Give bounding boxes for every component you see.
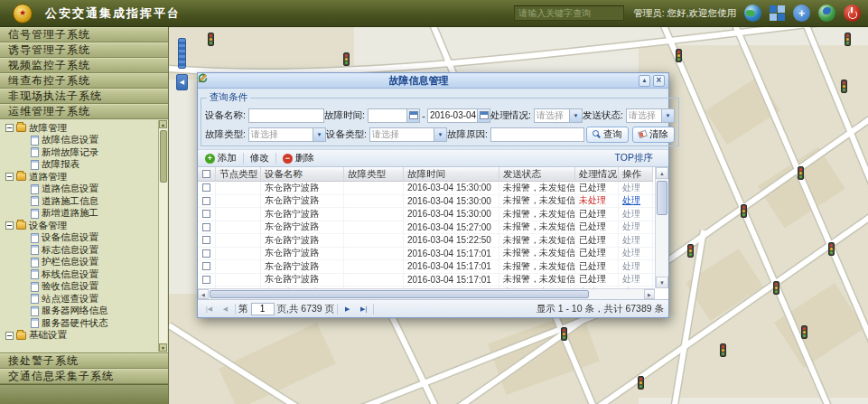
table-row[interactable]: 东仓路宁波路 2016-03-04 15:17:01 未报警，未发短信 已处理 … — [198, 260, 668, 274]
tree-node[interactable]: 道路信息设置 — [0, 183, 168, 196]
collapse-tool-icon[interactable]: ▴ — [639, 75, 650, 87]
traffic-signal-icon[interactable] — [845, 33, 851, 46]
scroll-down-arrow-icon[interactable]: ▼ — [656, 277, 668, 288]
row-action-link[interactable]: 处理 — [619, 221, 653, 234]
tree-scrollbar-thumb[interactable] — [160, 130, 167, 183]
tree-node[interactable]: 故障信息设置 — [0, 135, 168, 147]
row-action-link[interactable]: 处理 — [619, 234, 653, 247]
search-button[interactable]: 查询 — [586, 127, 629, 143]
fault-type-select[interactable]: 请选择 ▼ — [248, 127, 326, 142]
tree-node[interactable]: 站点巡查设置 — [0, 293, 168, 305]
refresh-button[interactable] — [377, 303, 390, 315]
row-action-link[interactable]: 处理 — [619, 274, 653, 287]
traffic-signal-icon[interactable] — [687, 244, 694, 258]
row-action-link[interactable]: 处理 — [619, 195, 653, 208]
traffic-signal-icon[interactable] — [741, 204, 747, 218]
traffic-signal-icon[interactable] — [801, 325, 807, 339]
tree-expander-icon[interactable] — [5, 124, 14, 132]
tree-node[interactable]: 故障管理 — [0, 122, 168, 135]
scroll-left-arrow-icon[interactable]: ◀ — [198, 289, 209, 299]
traffic-signal-icon[interactable] — [561, 327, 567, 341]
row-checkbox[interactable] — [202, 210, 210, 218]
tree-node[interactable]: 标志信息设置 — [0, 244, 168, 257]
horizontal-scrollbar-thumb[interactable] — [210, 290, 589, 298]
tree-node[interactable]: 新增故障记录 — [0, 146, 168, 159]
fault-time-to-field[interactable]: 2016-03-04 — [427, 108, 490, 123]
traffic-signal-icon[interactable] — [828, 242, 835, 256]
tree-node[interactable]: 服务器硬件状态 — [0, 317, 168, 330]
first-page-button[interactable]: |◀ — [202, 303, 216, 315]
last-page-button[interactable]: ▶| — [357, 303, 370, 315]
power-logout-icon[interactable] — [844, 5, 861, 22]
sidebar-system-item[interactable]: 视频监控子系统 — [0, 58, 168, 73]
handle-status-select[interactable]: 请选择 ▼ — [534, 108, 583, 123]
dropdown-arrow-icon[interactable]: ▼ — [313, 128, 325, 141]
vertical-scrollbar-thumb[interactable] — [657, 181, 667, 215]
tree-node[interactable]: 故障报表 — [0, 159, 168, 172]
tree-node[interactable]: 基础设置 — [0, 330, 168, 343]
row-checkbox[interactable] — [202, 183, 210, 192]
row-action-link[interactable]: 处理 — [619, 208, 653, 221]
tree-node[interactable]: 服务器网络信息 — [0, 305, 168, 318]
sidebar-system-item[interactable]: 运维管理子系统 — [0, 104, 168, 119]
tree-scrollbar[interactable]: ▲ ▼ — [158, 120, 167, 352]
map-globe-icon[interactable] — [818, 5, 835, 22]
tree-node[interactable]: 标线信息设置 — [0, 268, 168, 281]
calendar-trigger[interactable] — [406, 109, 419, 122]
traffic-signal-icon[interactable] — [676, 49, 682, 62]
traffic-signal-icon[interactable] — [343, 52, 350, 66]
tree-node[interactable]: 护栏信息设置 — [0, 257, 168, 269]
top-sort-link[interactable]: TOP排序 — [615, 152, 664, 164]
scroll-down-arrow-icon[interactable]: ▼ — [159, 343, 167, 352]
fault-reason-input[interactable] — [490, 127, 584, 142]
traffic-signal-icon[interactable] — [208, 33, 214, 46]
row-checkbox[interactable] — [202, 223, 210, 231]
device-name-input[interactable] — [248, 108, 324, 123]
grid-vertical-scrollbar[interactable]: ▲ ▼ — [655, 167, 668, 288]
window-titlebar[interactable]: 故障信息管理 ▴ × — [198, 73, 668, 89]
column-header[interactable]: 节点类型 — [216, 167, 261, 182]
sidebar-system-item[interactable]: 接处警子系统 — [0, 353, 168, 369]
tree-expander-icon[interactable] — [5, 332, 14, 340]
sidebar-system-item[interactable]: 交通信息采集子系统 — [0, 369, 168, 384]
row-checkbox[interactable] — [202, 249, 210, 258]
device-type-select[interactable]: 请选择 ▼ — [369, 127, 447, 142]
tree-node[interactable]: 新增道路施工 — [0, 208, 168, 221]
app-grid-icon[interactable] — [770, 5, 785, 21]
add-circle-icon[interactable] — [793, 5, 810, 22]
traffic-signal-icon[interactable] — [773, 281, 779, 295]
table-row[interactable]: 东仓路宁波路 2016-03-04 15:17:01 未报警，未发短信 已处理 … — [198, 274, 668, 287]
row-checkbox[interactable] — [202, 197, 210, 205]
sidebar-system-item[interactable]: 缉查布控子系统 — [0, 73, 168, 89]
sidebar-system-item[interactable]: 非现场执法子系统 — [0, 89, 168, 104]
scroll-up-arrow-icon[interactable]: ▲ — [159, 120, 167, 128]
dropdown-arrow-icon[interactable]: ▼ — [661, 109, 674, 122]
global-search-input[interactable] — [514, 5, 624, 21]
tree-expander-icon[interactable] — [5, 173, 14, 181]
fault-time-from-field[interactable] — [368, 108, 420, 123]
add-button[interactable]: 添加 — [202, 151, 239, 165]
traffic-signal-icon[interactable] — [798, 166, 804, 180]
prev-page-button[interactable]: ◀ — [219, 303, 232, 315]
select-all-checkbox[interactable] — [202, 170, 210, 178]
sidebar-system-item[interactable]: 诱导管理子系统 — [0, 42, 168, 58]
scroll-right-arrow-icon[interactable]: ▶ — [644, 289, 655, 299]
row-checkbox[interactable] — [202, 276, 210, 284]
send-status-select[interactable]: 请选择 ▼ — [626, 108, 675, 123]
column-header[interactable]: 故障类型 — [344, 167, 404, 182]
scroll-up-arrow-icon[interactable]: ▲ — [656, 167, 668, 179]
tree-node[interactable]: 道路管理 — [0, 171, 168, 183]
table-row[interactable]: 东仓路宁波路 2016-03-04 15:27:00 未报警，未发短信 已处理 … — [198, 221, 668, 235]
traffic-signal-icon[interactable] — [720, 343, 726, 357]
grid-horizontal-scrollbar[interactable]: ◀ ▶ — [198, 288, 655, 299]
globe-icon[interactable] — [744, 5, 761, 22]
tree-node[interactable]: 设备信息设置 — [0, 232, 168, 245]
page-number-input[interactable] — [251, 303, 275, 315]
table-row[interactable]: 东仓路宁波路 2016-03-04 15:22:50 未报警，未发短信 已处理 … — [198, 234, 668, 248]
column-header[interactable]: 设备名称 — [261, 167, 344, 182]
table-row[interactable]: 东仓路宁波路 2016-03-04 15:30:00 未报警，未发短信 已处理 … — [198, 182, 668, 195]
map-area[interactable]: ◀ 故障信息管理 ▴ × 查询条件 设备名称: 故障时间: - — [169, 27, 868, 404]
table-row[interactable]: 东仓路宁波路 2016-03-04 15:30:00 未报警，未发短信 已处理 … — [198, 208, 668, 221]
tree-expander-icon[interactable] — [5, 221, 14, 230]
delete-button[interactable]: 删除 — [280, 151, 317, 165]
